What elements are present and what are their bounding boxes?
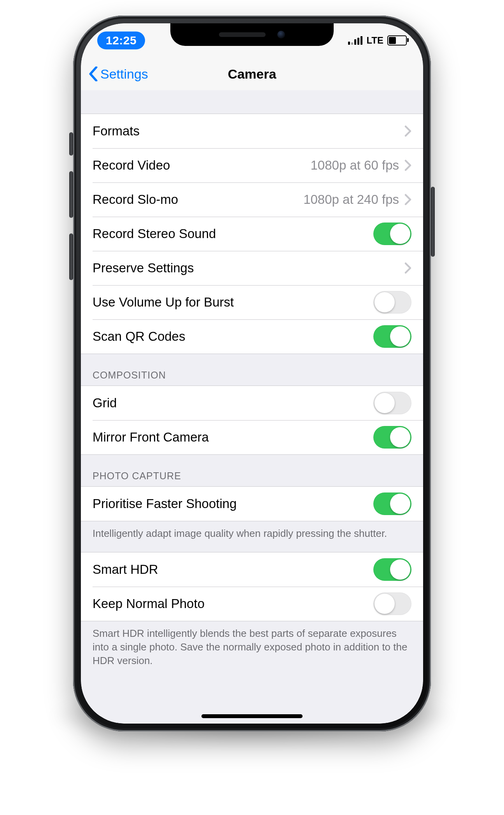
section-header-composition: COMPOSITION <box>81 354 423 386</box>
toggle-grid[interactable] <box>373 392 411 414</box>
toggle-smart-hdr[interactable] <box>373 558 411 581</box>
row-mirror-front: Mirror Front Camera <box>81 420 423 454</box>
note-prioritise: Intelligently adapt image quality when r… <box>81 521 423 552</box>
row-record-video-value: 1080p at 60 fps <box>310 158 399 173</box>
chevron-left-icon <box>89 67 98 81</box>
row-preserve-settings-label: Preserve Settings <box>93 261 404 275</box>
row-record-slomo-value: 1080p at 240 fps <box>303 192 399 207</box>
row-scan-qr: Scan QR Codes <box>81 319 423 354</box>
carrier-label: LTE <box>366 35 383 46</box>
row-prioritise-faster-label: Prioritise Faster Shooting <box>93 496 373 511</box>
chevron-right-icon <box>404 262 411 274</box>
front-camera <box>277 31 285 39</box>
row-preserve-settings[interactable]: Preserve Settings <box>81 251 423 285</box>
row-smart-hdr-label: Smart HDR <box>93 562 373 577</box>
chevron-right-icon <box>404 125 411 137</box>
status-time-pill[interactable]: 12:25 <box>97 32 145 49</box>
group-main: Formats Record Video 1080p at 60 fps <box>81 114 423 354</box>
chevron-right-icon <box>404 159 411 171</box>
earpiece-speaker <box>219 32 266 37</box>
row-scan-qr-label: Scan QR Codes <box>93 329 373 344</box>
signal-strength-icon <box>348 36 362 45</box>
row-formats[interactable]: Formats <box>81 114 423 148</box>
toggle-stereo-sound[interactable] <box>373 223 411 245</box>
group-hdr: Smart HDR Keep Normal Photo <box>81 552 423 621</box>
toggle-prioritise-faster[interactable] <box>373 493 411 515</box>
note-hdr: Smart HDR intelligently blends the best … <box>81 621 423 679</box>
row-record-slomo[interactable]: Record Slo-mo 1080p at 240 fps <box>81 182 423 217</box>
page-title: Camera <box>228 67 276 82</box>
group-composition: Grid Mirror Front Camera <box>81 386 423 455</box>
section-header-photo-capture: PHOTO CAPTURE <box>81 455 423 486</box>
row-mirror-front-label: Mirror Front Camera <box>93 430 373 445</box>
mute-switch-button[interactable] <box>69 132 73 156</box>
row-record-video[interactable]: Record Video 1080p at 60 fps <box>81 148 423 182</box>
row-grid-label: Grid <box>93 396 373 410</box>
settings-content[interactable]: Formats Record Video 1080p at 60 fps <box>81 90 423 724</box>
group-prioritise: Prioritise Faster Shooting <box>81 486 423 521</box>
device-frame: 12:25 LTE Settings <box>73 16 431 731</box>
volume-down-button[interactable] <box>69 233 73 280</box>
home-indicator[interactable] <box>201 714 303 718</box>
volume-up-button[interactable] <box>69 171 73 218</box>
row-stereo-sound: Record Stereo Sound <box>81 217 423 251</box>
row-stereo-sound-label: Record Stereo Sound <box>93 226 373 241</box>
power-button[interactable] <box>431 187 435 257</box>
row-prioritise-faster: Prioritise Faster Shooting <box>81 487 423 521</box>
row-grid: Grid <box>81 386 423 420</box>
row-keep-normal-label: Keep Normal Photo <box>93 596 373 611</box>
toggle-keep-normal[interactable] <box>373 592 411 615</box>
display-notch <box>170 23 334 46</box>
back-button[interactable]: Settings <box>89 58 148 90</box>
back-button-label: Settings <box>100 67 148 82</box>
row-record-video-label: Record Video <box>93 158 310 173</box>
chevron-right-icon <box>404 194 411 205</box>
row-volume-burst-label: Use Volume Up for Burst <box>93 295 373 310</box>
navigation-bar: Settings Camera <box>81 58 423 91</box>
row-smart-hdr: Smart HDR <box>81 552 423 587</box>
row-formats-label: Formats <box>93 124 404 138</box>
toggle-mirror-front[interactable] <box>373 426 411 449</box>
toggle-volume-burst[interactable] <box>373 291 411 314</box>
battery-icon <box>387 35 407 46</box>
row-volume-burst: Use Volume Up for Burst <box>81 285 423 319</box>
row-keep-normal: Keep Normal Photo <box>81 587 423 621</box>
toggle-scan-qr[interactable] <box>373 325 411 348</box>
row-record-slomo-label: Record Slo-mo <box>93 192 303 207</box>
